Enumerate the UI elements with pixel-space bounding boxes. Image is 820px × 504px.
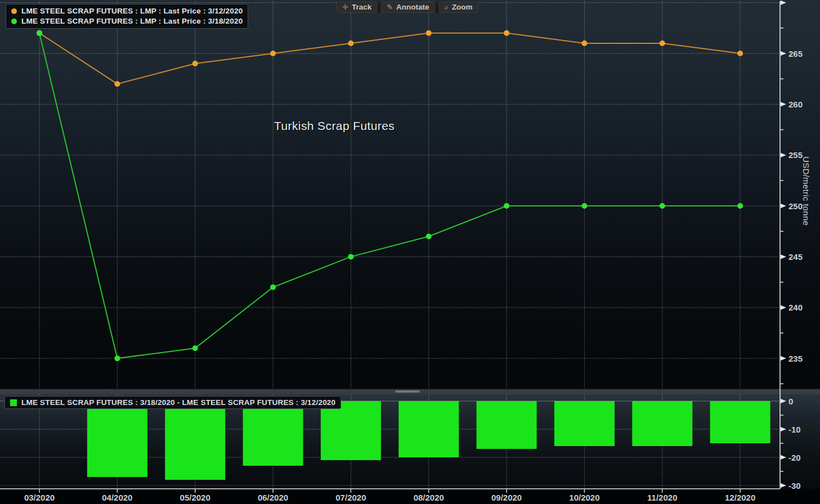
legend-item-orange[interactable]: LME STEEL SCRAP FUTURES : LMP : Last Pri…	[11, 6, 243, 16]
spread-bar-06/2020[interactable]	[243, 401, 303, 466]
chart-canvas[interactable]: 2352402452502552602650-10-20-3003/202004…	[0, 0, 820, 504]
track-button-label: Track	[352, 2, 371, 12]
price-point-3-18-03/2020[interactable]	[37, 30, 42, 36]
price-point-3-18-08/2020[interactable]	[426, 233, 432, 239]
price-point-3-18-10/2020[interactable]	[581, 203, 587, 209]
price-point-3-12-05/2020[interactable]	[192, 61, 198, 66]
main-panel-background	[0, 0, 820, 389]
x-tick-label-03/2020: 03/2020	[24, 493, 55, 502]
y-tick-label-250: 250	[788, 201, 803, 211]
legend-item-green[interactable]: LME STEEL SCRAP FUTURES : LMP : Last Pri…	[11, 16, 243, 26]
x-tick-label-12/2020: 12/2020	[725, 493, 755, 502]
green-series-dot-icon	[11, 19, 17, 24]
zoom-magnifier-icon: ⌕	[445, 2, 449, 12]
spread-bar-04/2020[interactable]	[87, 401, 147, 477]
annotate-button[interactable]: ✎ Annotate	[381, 2, 434, 13]
x-tick-label-10/2020: 10/2020	[569, 493, 599, 502]
price-point-3-12-08/2020[interactable]	[426, 30, 432, 36]
price-point-3-12-09/2020[interactable]	[504, 30, 509, 36]
x-tick-label-09/2020: 09/2020	[491, 493, 522, 502]
y-axis-unit-label: USD/metric tonne	[801, 156, 811, 230]
x-tick-label-05/2020: 05/2020	[180, 493, 210, 502]
price-series-legend[interactable]: LME STEEL SCRAP FUTURES : LMP : Last Pri…	[6, 4, 248, 29]
y-tick-label-245: 245	[788, 252, 803, 262]
x-tick-label-04/2020: 04/2020	[102, 493, 132, 502]
green-bar-swatch-icon	[10, 399, 17, 406]
x-tick-label-06/2020: 06/2020	[258, 493, 288, 502]
annotate-pencil-icon: ✎	[387, 2, 393, 12]
legend-item-orange-label: LME STEEL SCRAP FUTURES : LMP : Last Pri…	[21, 6, 243, 16]
zoom-button-label: Zoom	[452, 2, 473, 12]
y-tick-label-255: 255	[788, 150, 803, 160]
price-point-3-12-11/2020[interactable]	[660, 40, 665, 46]
futures-chart-window: 2352402452502552602650-10-20-3003/202004…	[0, 0, 820, 504]
price-point-3-18-09/2020[interactable]	[504, 203, 509, 209]
chart-toolbar: ✛ Track ✎ Annotate ⌕ Zoom	[337, 2, 478, 13]
price-point-3-18-11/2020[interactable]	[660, 203, 665, 209]
price-point-3-12-04/2020[interactable]	[114, 81, 120, 87]
divider-handle-icon[interactable]	[395, 390, 420, 393]
price-point-3-18-06/2020[interactable]	[270, 285, 276, 290]
x-tick-label-08/2020: 08/2020	[414, 493, 444, 502]
spread-bar-12/2020[interactable]	[710, 401, 770, 443]
price-point-3-12-12/2020[interactable]	[737, 51, 743, 56]
annotate-button-label: Annotate	[396, 2, 429, 12]
spread-bar-08/2020[interactable]	[398, 401, 459, 457]
price-point-3-18-04/2020[interactable]	[114, 356, 120, 361]
spread-bar-05/2020[interactable]	[165, 401, 225, 480]
track-cross-icon: ✛	[342, 2, 348, 12]
y-tick-label-260: 260	[788, 100, 803, 109]
price-point-3-12-07/2020[interactable]	[348, 40, 353, 46]
track-button[interactable]: ✛ Track	[337, 2, 377, 13]
orange-series-dot-icon	[11, 8, 17, 14]
diff-tick-label--10: -10	[788, 425, 801, 434]
zoom-button[interactable]: ⌕ Zoom	[439, 2, 478, 13]
legend-item-green-label: LME STEEL SCRAP FUTURES : LMP : Last Pri…	[21, 16, 243, 26]
price-point-3-18-07/2020[interactable]	[348, 254, 353, 259]
price-point-3-12-06/2020[interactable]	[270, 51, 276, 56]
x-tick-label-11/2020: 11/2020	[647, 493, 677, 502]
diff-tick-label--20: -20	[788, 453, 801, 462]
spread-bar-11/2020[interactable]	[632, 401, 692, 446]
diff-tick-label--30: -30	[788, 481, 801, 490]
spread-bar-10/2020[interactable]	[554, 401, 615, 446]
spread-series-legend[interactable]: LME STEEL SCRAP FUTURES : 3/18/2020 - LM…	[5, 396, 341, 409]
chart-annotation-title: Turkish Scrap Futures	[274, 119, 409, 133]
spread-legend-label: LME STEEL SCRAP FUTURES : 3/18/2020 - LM…	[21, 398, 335, 407]
y-tick-label-240: 240	[788, 303, 803, 312]
spread-bar-07/2020[interactable]	[321, 401, 381, 460]
price-point-3-12-10/2020[interactable]	[581, 40, 587, 46]
y-tick-label-235: 235	[788, 354, 803, 363]
price-point-3-18-12/2020[interactable]	[737, 203, 743, 209]
diff-tick-label-0: 0	[788, 397, 793, 406]
y-tick-label-265: 265	[788, 49, 803, 58]
spread-bar-09/2020[interactable]	[477, 401, 537, 449]
x-tick-label-07/2020: 07/2020	[335, 493, 366, 502]
price-point-3-18-05/2020[interactable]	[192, 345, 198, 351]
